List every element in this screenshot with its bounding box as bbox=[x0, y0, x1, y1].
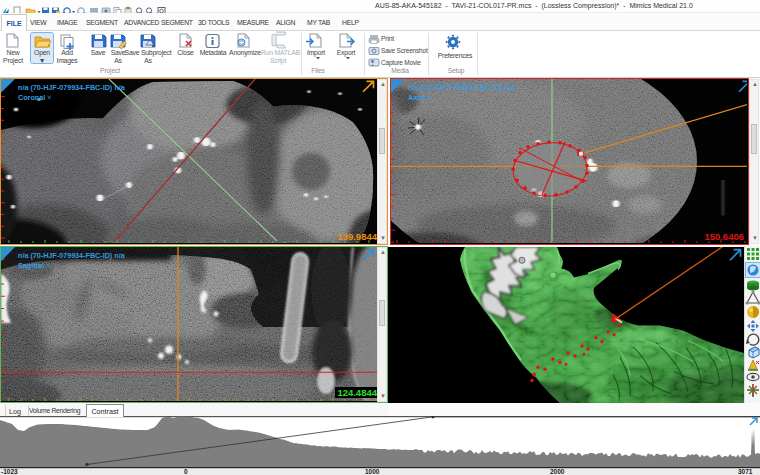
svg-text:1000: 1000 bbox=[365, 468, 380, 475]
svg-text:3071: 3071 bbox=[738, 468, 753, 475]
svg-text:2000: 2000 bbox=[550, 468, 565, 475]
svg-text:-1023: -1023 bbox=[1, 468, 18, 475]
svg-text:0: 0 bbox=[184, 468, 188, 475]
